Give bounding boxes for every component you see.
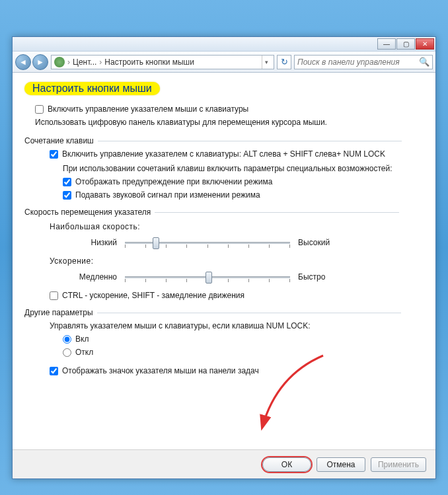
breadcrumb-sep-icon: › [67, 57, 70, 67]
enable-mouse-keys-label: Включить управление указателем мыши с кл… [48, 104, 248, 114]
group-shortcut-label: Сочетание клавиш [24, 136, 424, 145]
tray-icon-checkbox[interactable] [50, 367, 58, 375]
annotation-arrow [244, 349, 336, 435]
maximize-button[interactable]: ▢ [396, 38, 415, 50]
search-icon[interactable]: 🔍 [419, 57, 429, 67]
accel-low-label: Медленно [71, 272, 117, 282]
breadcrumb-dropdown-icon[interactable]: ▾ [262, 56, 271, 69]
speed-slider-thumb[interactable] [153, 237, 159, 249]
max-speed-label: Наибольшая скорость: [50, 222, 424, 231]
main-description: Использовать цифровую панель клавиатуры … [35, 118, 424, 127]
group-other-label: Другие параметры [24, 308, 424, 317]
ok-button[interactable]: ОК [262, 457, 311, 472]
minimize-button[interactable]: — [377, 38, 396, 50]
accel-slider-thumb[interactable] [205, 272, 212, 284]
ctrl-shift-checkbox[interactable] [50, 291, 58, 300]
speed-slider[interactable] [125, 234, 290, 251]
tray-icon-label: Отображать значок указателя мыши на пане… [62, 366, 259, 375]
breadcrumb-part2[interactable]: Настроить кнопки мыши [104, 57, 194, 67]
enable-shortcut-checkbox[interactable] [50, 150, 58, 159]
content-area: Настроить кнопки мыши Включить управлени… [13, 73, 435, 449]
accel-label: Ускорение: [50, 256, 424, 266]
apply-button[interactable]: Применить [371, 457, 426, 472]
speed-low-label: Низкий [71, 238, 117, 247]
refresh-button[interactable]: ↻ [277, 55, 291, 69]
breadcrumb-sep-icon: › [99, 57, 102, 67]
numlock-off-label: Откл [75, 348, 93, 357]
group-speed-label: Скорость перемещения указателя [24, 208, 424, 217]
breadcrumb[interactable]: › Цент... › Настроить кнопки мыши ▾ [51, 55, 274, 69]
navbar: ◄ ► › Цент... › Настроить кнопки мыши ▾ … [13, 52, 435, 73]
numlock-on-radio[interactable] [63, 335, 71, 344]
control-panel-icon [54, 57, 65, 67]
back-button[interactable]: ◄ [15, 54, 31, 70]
enable-mouse-keys-checkbox[interactable] [35, 105, 44, 114]
forward-button[interactable]: ► [32, 54, 48, 70]
speed-high-label: Высокий [298, 238, 344, 247]
enable-shortcut-label: Включить управление указателем с клавиат… [62, 149, 385, 159]
footer: ОК Отмена Применить [13, 449, 435, 478]
numlock-off-radio[interactable] [63, 348, 71, 357]
titlebar: — ▢ ✕ [13, 37, 435, 52]
search-input[interactable] [297, 57, 419, 67]
accel-slider[interactable] [125, 268, 290, 286]
search-box[interactable]: 🔍 [294, 55, 433, 69]
play-sound-label: Подавать звуковой сигнал при изменении р… [75, 190, 260, 200]
cancel-button[interactable]: Отмена [317, 457, 365, 472]
show-warning-label: Отображать предупреждение при включении … [75, 177, 272, 186]
play-sound-checkbox[interactable] [63, 191, 71, 200]
control-panel-window: — ▢ ✕ ◄ ► › Цент... › Настроить кнопки м… [12, 36, 436, 479]
show-warning-checkbox[interactable] [63, 178, 71, 186]
breadcrumb-part1[interactable]: Цент... [73, 57, 96, 67]
numlock-on-label: Вкл [75, 334, 89, 344]
shortcut-description: При использовании сочетаний клавиш включ… [63, 164, 424, 173]
page-title: Настроить кнопки мыши [24, 82, 160, 95]
ctrl-shift-label: CTRL - ускорение, SHIFT - замедление дви… [62, 291, 244, 300]
accel-high-label: Быстро [298, 272, 344, 282]
close-button[interactable]: ✕ [416, 38, 434, 50]
numlock-desc: Управлять указателем мыши с клавиатуры, … [50, 321, 424, 330]
